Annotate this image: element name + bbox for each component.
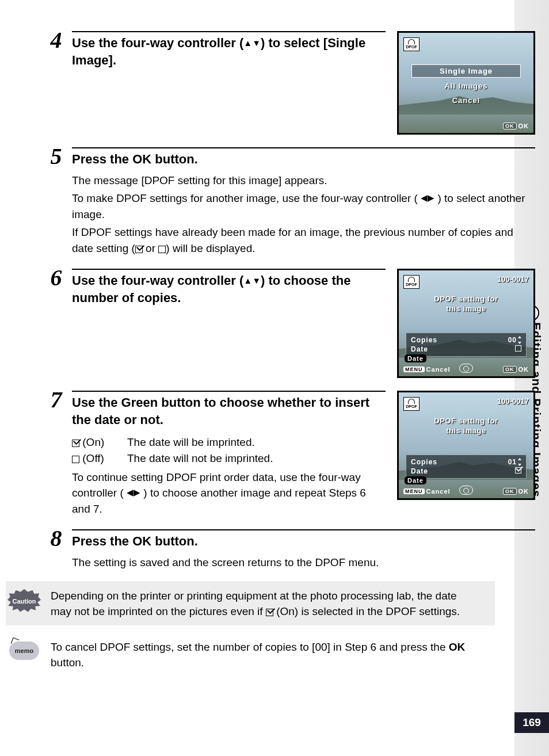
option-on-desc: The date will be imprinted. (127, 434, 255, 451)
left-triangle-icon: ◀ (127, 487, 134, 497)
date-label: Date (411, 345, 428, 353)
text: button. (151, 534, 198, 548)
settings-panel: Copies 00 Date (406, 333, 527, 357)
right-triangle-icon: ▶ (428, 193, 434, 203)
step-5: 5 Press the OK button. The message [DPOF… (40, 145, 535, 256)
left-triangle-icon: ◀ (421, 193, 428, 203)
text: Press the (72, 534, 132, 548)
option-off: (Off) (72, 450, 118, 467)
menu-item-all-images: All Images (411, 80, 521, 92)
caution-text: Depending on the printer or printing equ… (51, 587, 486, 620)
menu-cancel: MENUCancel (403, 488, 451, 495)
option-off-desc: The date will not be imprinted. (127, 450, 273, 467)
lcd-screenshot-date: DPOF 100-0017 DPOF setting forthis image… (397, 391, 535, 500)
step-text: The message [DPOF setting for this image… (72, 173, 535, 189)
step-text: The setting is saved and the screen retu… (72, 555, 535, 571)
step-number: 8 (40, 527, 72, 550)
ok-label: OK (132, 152, 151, 166)
copies-label: Copies (411, 458, 437, 466)
step-title: Use the Green button to choose whether t… (72, 391, 386, 430)
caution-note: Caution Depending on the printer or prin… (6, 581, 495, 625)
copies-label: Copies (411, 336, 437, 344)
dpof-message: DPOF setting forthis image (399, 295, 533, 314)
up-triangle-icon: ▲ (243, 276, 252, 285)
step-text: To continue setting DPOF print order dat… (72, 469, 386, 517)
step-title: Press the OK button. (72, 529, 535, 552)
right-triangle-icon: ▶ (134, 487, 140, 497)
menu-cancel: MENUCancel (403, 366, 451, 373)
memo-note: memo To cancel DPOF settings, set the nu… (6, 632, 495, 677)
step-number: 4 (40, 29, 72, 52)
file-number: 100-0017 (497, 397, 529, 406)
memo-text: To cancel DPOF settings, set the number … (51, 638, 486, 671)
down-triangle-icon: ▼ (252, 276, 261, 285)
caution-icon: Caution (7, 589, 41, 613)
up-triangle-icon: ▲ (243, 38, 252, 48)
step-text: To make DPOF settings for another image,… (72, 190, 535, 222)
dpof-icon: DPOF (403, 397, 420, 411)
unchecked-box-icon (72, 456, 79, 463)
step-title: Press the OK button. (72, 147, 535, 170)
step-number: 6 (40, 266, 72, 289)
step-4: 4 Use the four-way controller (▲▼) to se… (40, 29, 535, 135)
dpof-icon: DPOF (403, 37, 420, 51)
text: or (143, 242, 158, 254)
file-number: 100-0017 (497, 275, 529, 284)
date-label: Date (411, 467, 428, 475)
green-button-icon (459, 486, 473, 495)
date-checkbox-checked (515, 467, 521, 474)
menu-item-cancel: Cancel (411, 94, 521, 106)
text: Use the four-way controller ( (72, 273, 243, 288)
dpof-message: DPOF setting forthis image (399, 417, 533, 436)
text: (On) is selected in the DPOF settings. (273, 605, 460, 617)
green-button-icon (459, 364, 473, 373)
checked-box-icon (266, 609, 273, 616)
date-pill: Date (405, 476, 426, 484)
text: button. (51, 656, 84, 669)
text: To cancel DPOF settings, set the number … (51, 641, 449, 653)
ok-indicator: OKOK (503, 366, 529, 373)
text: Use the four-way controller ( (72, 36, 243, 50)
step-7: 7 Use the Green button to choose whether… (40, 388, 535, 517)
lcd-screenshot-single-image: DPOF Single Image All Images Cancel OKOK (397, 31, 535, 135)
text: To make DPOF settings for another image,… (72, 192, 421, 204)
date-pill: Date (405, 354, 426, 362)
settings-panel: Copies 01 Date (406, 455, 527, 479)
step-number: 5 (40, 145, 72, 168)
dpof-icon: DPOF (403, 275, 420, 289)
text: Press the (72, 152, 132, 166)
ok-label: OK (132, 534, 151, 548)
step-title: Use the four-way controller (▲▼) to choo… (72, 269, 386, 308)
memo-icon: memo (9, 642, 39, 660)
step-6: 6 Use the four-way controller (▲▼) to ch… (40, 266, 535, 378)
ok-indicator: OKOK (503, 488, 529, 495)
down-triangle-icon: ▼ (252, 38, 261, 48)
step-number: 7 (40, 388, 72, 411)
checked-box-icon (135, 246, 143, 253)
menu-item-single-image: Single Image (411, 64, 521, 78)
date-checkbox-unchecked (515, 345, 521, 352)
step-title: Use the four-way controller (▲▼) to sele… (72, 31, 386, 71)
ok-label: OK (449, 641, 466, 653)
unchecked-box-icon (158, 246, 166, 253)
lcd-screenshot-copies: DPOF 100-0017 DPOF setting forthis image… (397, 269, 535, 378)
option-on: (On) (72, 434, 118, 451)
text: button. (151, 152, 198, 166)
copies-value: 00 (508, 336, 521, 344)
ok-indicator: OKOK (503, 123, 529, 129)
step-text: If DPOF settings have already been made … (72, 224, 535, 256)
step-8: 8 Press the OK button. The setting is sa… (40, 527, 535, 570)
text: ) will be displayed. (166, 242, 255, 254)
checked-box-icon (72, 440, 79, 447)
